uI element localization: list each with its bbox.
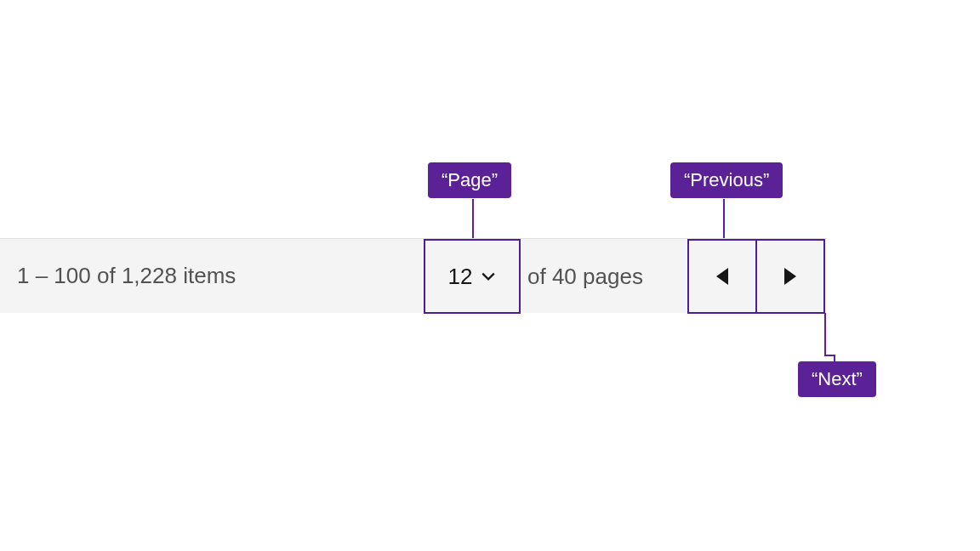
previous-page-button[interactable] — [687, 239, 757, 314]
page-select-value: 12 — [448, 264, 473, 290]
pages-of-label: of 40 pages — [527, 239, 643, 314]
annotation-connector — [723, 199, 725, 238]
annotation-previous-label: “Previous” — [684, 169, 769, 190]
annotation-page: “Page” — [428, 162, 511, 198]
annotation-page-label: “Page” — [442, 169, 498, 190]
annotation-connector — [472, 199, 474, 238]
page-select[interactable]: 12 — [424, 239, 521, 314]
caret-left-icon — [716, 268, 728, 285]
pagination-nav — [687, 239, 825, 314]
items-summary: 1 – 100 of 1,228 items — [0, 263, 236, 289]
caret-right-icon — [784, 268, 796, 285]
next-page-button[interactable] — [755, 239, 825, 314]
annotation-next: “Next” — [798, 361, 876, 397]
annotation-next-label: “Next” — [812, 368, 863, 389]
annotation-connector — [824, 313, 826, 355]
annotation-previous: “Previous” — [670, 162, 783, 198]
chevron-down-icon — [481, 269, 496, 284]
pagination-bar: 1 – 100 of 1,228 items 12 of 40 pages — [0, 238, 827, 313]
